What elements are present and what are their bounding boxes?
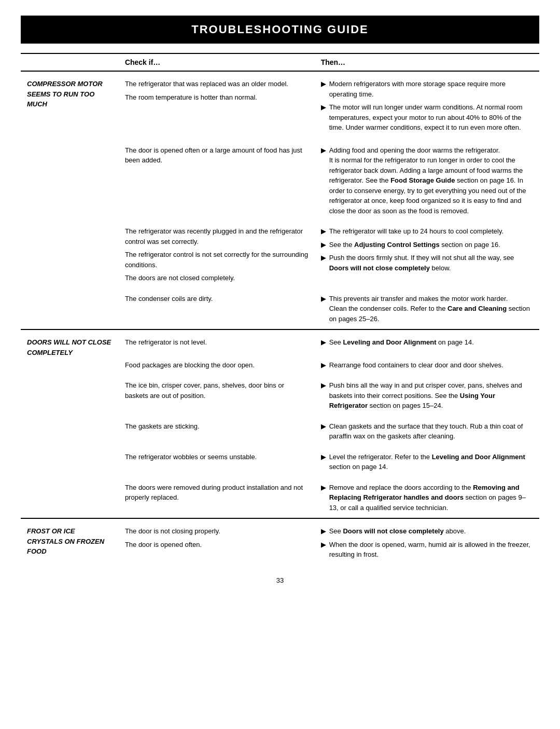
table-row: FROST OR ICE CRYSTALS ON FROZEN FOODThe … xyxy=(21,518,539,567)
arrow-icon: ▶ xyxy=(321,226,326,237)
check-text: The gaskets are sticking. xyxy=(125,421,309,432)
check-text: The room temperature is hotter than norm… xyxy=(125,92,309,103)
then-text: Push bins all the way in and put crisper… xyxy=(329,380,533,411)
check-text: The door is opened often or a large amou… xyxy=(125,145,309,166)
arrow-icon: ▶ xyxy=(321,337,326,348)
check-text: The doors were removed during product in… xyxy=(125,483,309,503)
col-header-issue xyxy=(21,53,119,71)
check-text: The ice bin, crisper cover, pans, shelve… xyxy=(125,380,309,401)
then-item: ▶This prevents air transfer and makes th… xyxy=(321,294,533,324)
arrow-icon: ▶ xyxy=(321,526,326,537)
then-cell: ▶See Doors will not close completely abo… xyxy=(315,518,539,567)
arrow-icon: ▶ xyxy=(321,253,326,263)
then-cell: ▶The refrigerator will take up to 24 hou… xyxy=(315,221,539,288)
check-text: Food packages are blocking the door open… xyxy=(125,360,309,370)
issue-cell: DOORS WILL NOT CLOSE COMPLETELY xyxy=(21,329,119,518)
then-cell: ▶Modern refrigerators with more storage … xyxy=(315,71,539,140)
then-item: ▶Rearrange food containers to clear door… xyxy=(321,360,533,370)
arrow-icon: ▶ xyxy=(321,145,326,156)
then-text: Clean gaskets and the surface that they … xyxy=(329,421,533,442)
then-text: Modern refrigerators with more storage s… xyxy=(329,79,533,99)
check-text: The doors are not closed completely. xyxy=(125,273,309,283)
then-cell: ▶Level the refrigerator. Refer to the Le… xyxy=(315,447,539,477)
check-text: The condenser coils are dirty. xyxy=(125,294,309,304)
page-number: 33 xyxy=(21,576,539,584)
then-item: ▶Level the refrigerator. Refer to the Le… xyxy=(321,452,533,472)
then-text: See Doors will not close completely abov… xyxy=(329,526,533,537)
then-item: ▶Remove and replace the doors according … xyxy=(321,483,533,513)
col-header-then: Then… xyxy=(315,53,539,71)
table-row: COMPRESSOR MOTOR SEEMS TO RUN TOO MUCHTh… xyxy=(21,71,539,140)
then-text: See the Adjusting Control Settings secti… xyxy=(329,240,533,250)
then-item: ▶See the Adjusting Control Settings sect… xyxy=(321,240,533,250)
then-text: See Leveling and Door Alignment on page … xyxy=(329,337,533,348)
issue-label: COMPRESSOR MOTOR SEEMS TO RUN TOO MUCH xyxy=(27,80,103,108)
then-item: ▶Adding food and opening the door warms … xyxy=(321,145,533,216)
arrow-icon: ▶ xyxy=(321,452,326,462)
check-text: The door is not closing properly. xyxy=(125,526,309,537)
then-text: Adding food and opening the door warms t… xyxy=(329,145,533,216)
arrow-icon: ▶ xyxy=(321,102,326,113)
check-cell: The condenser coils are dirty. xyxy=(119,288,315,330)
then-text: The refrigerator will take up to 24 hour… xyxy=(329,226,533,237)
arrow-icon: ▶ xyxy=(321,240,326,250)
check-cell: The refrigerator wobbles or seems unstab… xyxy=(119,447,315,477)
check-text: The refrigerator is not level. xyxy=(125,337,309,348)
table-row: DOORS WILL NOT CLOSE COMPLETELYThe refri… xyxy=(21,329,539,355)
check-cell: The door is opened often or a large amou… xyxy=(119,140,315,222)
then-cell: ▶Push bins all the way in and put crispe… xyxy=(315,375,539,416)
check-cell: The refrigerator is not level. xyxy=(119,329,315,355)
then-text: Push the doors firmly shut. If they will… xyxy=(329,253,533,273)
arrow-icon: ▶ xyxy=(321,483,326,493)
then-cell: ▶Remove and replace the doors according … xyxy=(315,477,539,519)
then-text: This prevents air transfer and makes the… xyxy=(329,294,533,324)
check-text: The refrigerator control is not set corr… xyxy=(125,250,309,270)
check-cell: The ice bin, crisper cover, pans, shelve… xyxy=(119,375,315,416)
check-text: The refrigerator wobbles or seems unstab… xyxy=(125,452,309,462)
check-cell: The door is not closing properly.The doo… xyxy=(119,518,315,567)
check-cell: The doors were removed during product in… xyxy=(119,477,315,519)
then-item: ▶When the door is opened, warm, humid ai… xyxy=(321,540,533,560)
arrow-icon: ▶ xyxy=(321,380,326,391)
issue-label: DOORS WILL NOT CLOSE COMPLETELY xyxy=(27,338,111,356)
then-item: ▶The motor will run longer under warm co… xyxy=(321,102,533,133)
then-cell: ▶This prevents air transfer and makes th… xyxy=(315,288,539,330)
then-text: Rearrange food containers to clear door … xyxy=(329,360,533,370)
col-header-check: Check if… xyxy=(119,53,315,71)
arrow-icon: ▶ xyxy=(321,540,326,550)
check-cell: Food packages are blocking the door open… xyxy=(119,355,315,376)
then-item: ▶Modern refrigerators with more storage … xyxy=(321,79,533,99)
then-cell: ▶Adding food and opening the door warms … xyxy=(315,140,539,222)
then-text: The motor will run longer under warm con… xyxy=(329,102,533,133)
then-item: ▶See Leveling and Door Alignment on page… xyxy=(321,337,533,348)
arrow-icon: ▶ xyxy=(321,421,326,432)
issue-label: FROST OR ICE CRYSTALS ON FROZEN FOOD xyxy=(27,527,104,555)
page-title: TROUBLESHOOTING GUIDE xyxy=(21,16,539,44)
issue-cell: COMPRESSOR MOTOR SEEMS TO RUN TOO MUCH xyxy=(21,71,119,329)
then-item: ▶Clean gaskets and the surface that they… xyxy=(321,421,533,442)
check-text: The refrigerator was recently plugged in… xyxy=(125,226,309,246)
then-cell: ▶Clean gaskets and the surface that they… xyxy=(315,416,539,447)
then-item: ▶See Doors will not close completely abo… xyxy=(321,526,533,537)
then-item: ▶Push the doors firmly shut. If they wil… xyxy=(321,253,533,273)
then-text: Remove and replace the doors according t… xyxy=(329,483,533,513)
arrow-icon: ▶ xyxy=(321,79,326,89)
then-text: Level the refrigerator. Refer to the Lev… xyxy=(329,452,533,472)
issue-cell: FROST OR ICE CRYSTALS ON FROZEN FOOD xyxy=(21,518,119,567)
arrow-icon: ▶ xyxy=(321,294,326,304)
arrow-icon: ▶ xyxy=(321,360,326,370)
check-text: The refrigerator that was replaced was a… xyxy=(125,79,309,89)
then-item: ▶Push bins all the way in and put crispe… xyxy=(321,380,533,411)
check-cell: The refrigerator was recently plugged in… xyxy=(119,221,315,288)
check-text: The door is opened often. xyxy=(125,540,309,550)
then-text: When the door is opened, warm, humid air… xyxy=(329,540,533,560)
then-cell: ▶See Leveling and Door Alignment on page… xyxy=(315,329,539,355)
check-cell: The refrigerator that was replaced was a… xyxy=(119,71,315,140)
check-cell: The gaskets are sticking. xyxy=(119,416,315,447)
then-item: ▶The refrigerator will take up to 24 hou… xyxy=(321,226,533,237)
then-cell: ▶Rearrange food containers to clear door… xyxy=(315,355,539,376)
